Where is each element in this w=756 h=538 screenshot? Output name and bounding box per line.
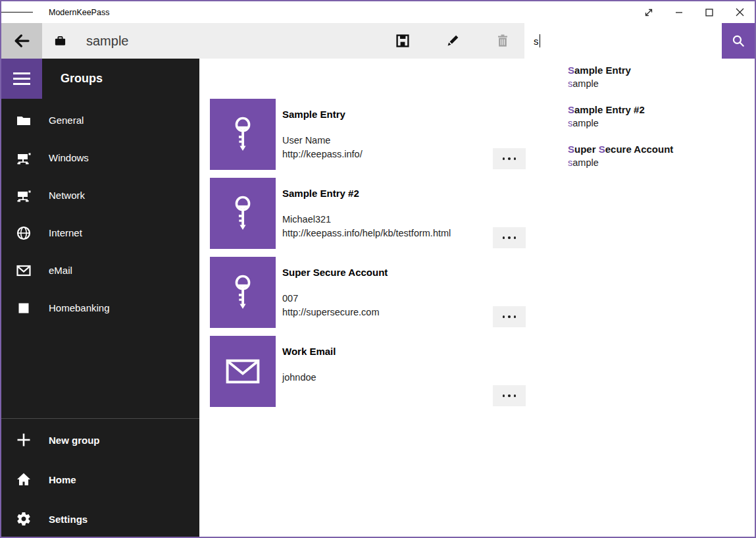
key-icon [232, 116, 254, 153]
entry-username: 007 [282, 292, 380, 306]
command-bar: sample s [1, 23, 755, 59]
close-button[interactable] [724, 1, 755, 23]
diagonal-resize-icon [643, 7, 655, 18]
suggestion-title: Super Secure Account [568, 143, 755, 156]
entry-title: Super Secure Account [282, 267, 388, 278]
entry-details: Michael321 http://keepass.info/help/kb/t… [282, 213, 451, 240]
sidebar-item-general[interactable]: General [1, 101, 199, 139]
save-icon [395, 33, 411, 49]
entry-tile [210, 257, 276, 328]
entry-row-work-email[interactable]: Work Email johndoe [210, 336, 559, 407]
app-window: ModernKeePass [0, 0, 756, 538]
sidebar-hamburger-button[interactable] [1, 59, 42, 99]
folder-icon [16, 113, 32, 128]
minimize-button[interactable] [664, 1, 694, 23]
suggestion-group: sample [568, 117, 755, 130]
command-actions [387, 23, 518, 59]
trash-icon [495, 33, 511, 49]
search-submit-button[interactable] [722, 23, 755, 59]
entry-details: 007 http://supersecure.com [282, 292, 380, 319]
edit-button[interactable] [437, 23, 468, 59]
pencil-icon [445, 33, 461, 49]
sidebar-item-email[interactable]: eMail [1, 252, 199, 289]
sidebar-footer: New group Home Settings [1, 420, 199, 538]
settings-button[interactable]: Settings [1, 499, 199, 538]
database-icon [54, 23, 66, 59]
maximize-icon [705, 9, 713, 16]
square-icon [16, 300, 32, 316]
entry-details: User Name http://keepass.info/ [282, 134, 363, 161]
network-icon [16, 188, 32, 203]
sidebar-header: Groups [1, 59, 199, 99]
sidebar-separator [1, 418, 199, 419]
entry-title: Sample Entry [282, 109, 345, 120]
entry-username: Michael321 [282, 213, 451, 227]
entry-title: Sample Entry #2 [282, 188, 359, 199]
search-input[interactable]: s [524, 23, 722, 59]
plus-icon [16, 432, 32, 448]
back-arrow-icon [12, 31, 32, 51]
database-title: sample [86, 23, 128, 59]
mail-icon [226, 358, 260, 385]
entry-username: johndoe [282, 371, 316, 385]
key-icon [232, 274, 254, 311]
sidebar-item-internet[interactable]: Internet [1, 214, 199, 252]
search-icon [731, 34, 745, 48]
search-suggestions-popup: Sample Entry sample Sample Entry #2 samp… [560, 59, 755, 198]
gear-icon [16, 511, 32, 527]
entry-more-button[interactable] [493, 385, 526, 406]
entry-title: Work Email [282, 346, 336, 357]
window-controls [634, 1, 755, 23]
titlebar-hamburger-icon[interactable] [1, 1, 33, 23]
groups-heading: Groups [61, 72, 103, 86]
entry-details: johndoe [282, 371, 316, 385]
entry-tile [210, 99, 276, 170]
fullscreen-button[interactable] [634, 1, 664, 23]
delete-button[interactable] [487, 23, 518, 59]
entry-tile [210, 336, 276, 407]
entry-tile [210, 178, 276, 249]
globe-icon [16, 225, 32, 241]
network-icon [16, 150, 32, 166]
sidebar-item-windows[interactable]: Windows [1, 139, 199, 176]
suggestion-sample-entry[interactable]: Sample Entry sample [560, 59, 755, 98]
suggestion-group: sample [568, 77, 755, 90]
maximize-button[interactable] [694, 1, 724, 23]
search-input-value: s [534, 36, 539, 47]
entry-more-button[interactable] [493, 306, 526, 327]
minimize-icon [675, 9, 683, 16]
entry-url: http://supersecure.com [282, 306, 380, 319]
save-button[interactable] [387, 23, 418, 59]
entry-row-super-secure-account[interactable]: Super Secure Account 007 http://supersec… [210, 257, 559, 328]
title-bar: ModernKeePass [1, 1, 755, 23]
sidebar-item-homebanking[interactable]: Homebanking [1, 289, 199, 327]
text-caret [540, 34, 540, 47]
entry-url: http://keepass.info/help/kb/testform.htm… [282, 227, 451, 240]
sidebar: Groups General Windows Network [1, 59, 199, 537]
app-title: ModernKeePass [49, 8, 109, 17]
close-icon [736, 8, 744, 16]
group-list: General Windows Network Internet [1, 101, 199, 327]
new-group-button[interactable]: New group [1, 420, 199, 460]
suggestion-sample-entry-2[interactable]: Sample Entry #2 sample [560, 98, 755, 138]
home-icon [16, 471, 32, 487]
entry-more-button[interactable] [493, 148, 526, 169]
suggestion-title: Sample Entry #2 [568, 103, 755, 117]
home-button[interactable]: Home [1, 460, 199, 499]
mail-icon [16, 263, 32, 279]
entry-username: User Name [282, 134, 363, 148]
entry-more-button[interactable] [493, 227, 526, 248]
suggestion-title: Sample Entry [568, 64, 755, 77]
back-button[interactable] [1, 23, 42, 59]
sidebar-item-network[interactable]: Network [1, 176, 199, 214]
entry-row-sample-entry[interactable]: Sample Entry User Name http://keepass.in… [210, 99, 559, 170]
suggestion-super-secure-account[interactable]: Super Secure Account sample [560, 138, 755, 177]
key-icon [232, 195, 254, 232]
entry-row-sample-entry-2[interactable]: Sample Entry #2 Michael321 http://keepas… [210, 178, 559, 249]
suggestion-group: sample [568, 156, 755, 169]
entry-url: http://keepass.info/ [282, 148, 363, 161]
